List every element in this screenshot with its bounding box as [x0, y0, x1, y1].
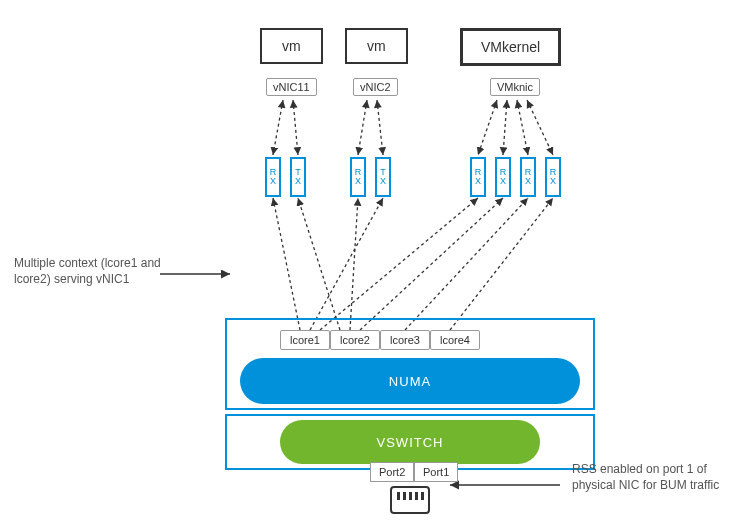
rx-label: R X — [497, 168, 509, 186]
lcore1-box: lcore1 — [280, 330, 330, 350]
lcore3-label: lcore3 — [390, 334, 420, 346]
rx-label: R X — [472, 168, 484, 186]
tx-label: T X — [292, 168, 304, 186]
lcore2-label: lcore2 — [340, 334, 370, 346]
vswitch-pill: VSWITCH — [280, 420, 540, 464]
svg-line-5 — [503, 100, 507, 155]
port2-label: Port2 — [379, 466, 405, 478]
right-note-text: RSS enabled on port 1 of physical NIC fo… — [572, 462, 719, 492]
lcore4-box: lcore4 — [430, 330, 480, 350]
vmknic-label: VMknic — [497, 81, 533, 93]
rx-label: R X — [352, 168, 364, 186]
lcore4-label: lcore4 — [440, 334, 470, 346]
svg-line-0 — [273, 100, 283, 155]
vm2-box: vm — [345, 28, 408, 64]
vswitch-label: VSWITCH — [377, 435, 444, 450]
svg-line-13 — [360, 198, 503, 330]
queue-vmk-rx4: R X — [545, 157, 561, 197]
vm1-label: vm — [282, 38, 301, 54]
queue-vnic2-rx: R X — [350, 157, 366, 197]
vm1-box: vm — [260, 28, 323, 64]
svg-line-7 — [527, 100, 553, 155]
vmkernel-label: VMkernel — [481, 39, 540, 55]
svg-line-11 — [310, 198, 383, 330]
svg-line-10 — [350, 198, 358, 330]
svg-line-4 — [478, 100, 497, 155]
vmkernel-box: VMkernel — [460, 28, 561, 66]
svg-line-1 — [293, 100, 298, 155]
lcore3-box: lcore3 — [380, 330, 430, 350]
vm2-label: vm — [367, 38, 386, 54]
svg-line-9 — [298, 198, 340, 330]
queue-vnic2-tx: T X — [375, 157, 391, 197]
vnic11-box: vNIC11 — [266, 78, 317, 96]
tx-label: T X — [377, 168, 389, 186]
queue-vnic1-rx: R X — [265, 157, 281, 197]
svg-line-2 — [358, 100, 367, 155]
port1-box: Port1 — [414, 462, 458, 482]
svg-line-12 — [320, 198, 478, 330]
vmknic-box: VMknic — [490, 78, 540, 96]
svg-line-3 — [377, 100, 383, 155]
rx-label: R X — [267, 168, 279, 186]
nic-pins-icon — [397, 492, 424, 500]
lcore2-box: lcore2 — [330, 330, 380, 350]
lcore1-label: lcore1 — [290, 334, 320, 346]
vnic11-label: vNIC11 — [273, 81, 310, 93]
port1-label: Port1 — [423, 466, 449, 478]
vnic2-label: vNIC2 — [360, 81, 391, 93]
svg-line-14 — [405, 198, 528, 330]
svg-line-15 — [450, 198, 553, 330]
queue-vmk-rx3: R X — [520, 157, 536, 197]
numa-pill: NUMA — [240, 358, 580, 404]
queue-vnic1-tx: T X — [290, 157, 306, 197]
right-note: RSS enabled on port 1 of physical NIC fo… — [572, 462, 732, 493]
svg-line-8 — [273, 198, 300, 330]
left-note-text: Multiple context (lcore1 and lcore2) ser… — [14, 256, 161, 286]
rx-label: R X — [547, 168, 559, 186]
svg-line-6 — [517, 100, 528, 155]
nic-socket-icon — [390, 486, 430, 514]
queue-vmk-rx2: R X — [495, 157, 511, 197]
left-note: Multiple context (lcore1 and lcore2) ser… — [14, 256, 174, 287]
vnic2-box: vNIC2 — [353, 78, 398, 96]
rx-label: R X — [522, 168, 534, 186]
port2-box: Port2 — [370, 462, 414, 482]
queue-vmk-rx1: R X — [470, 157, 486, 197]
numa-label: NUMA — [389, 374, 431, 389]
